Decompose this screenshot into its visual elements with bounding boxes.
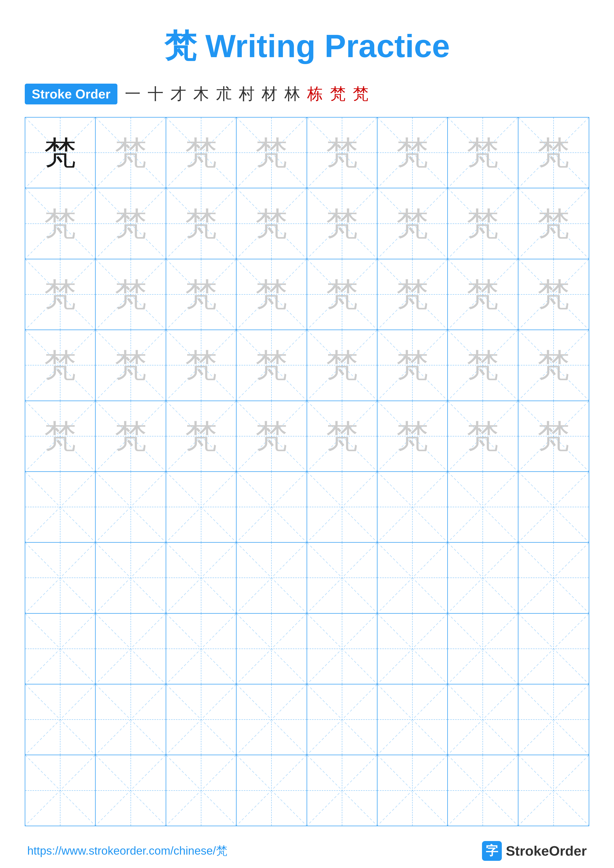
svg-line-153 [307,755,377,825]
stroke-steps: 一 十 才 木 朮 村 材 林 栋 梵 梵 [125,83,368,105]
grid-cell-2-4[interactable]: 梵 [236,188,307,259]
grid-cell-1-5[interactable]: 梵 [307,118,378,188]
grid-cell-1-3[interactable]: 梵 [166,118,236,188]
grid-cell-3-3[interactable]: 梵 [166,259,236,330]
svg-line-154 [378,755,447,825]
grid-cell-2-7[interactable]: 梵 [448,188,518,259]
svg-line-108 [448,542,518,613]
grid-cell-6-7[interactable] [448,472,518,542]
svg-line-131 [96,684,165,755]
grid-cell-2-6[interactable]: 梵 [378,188,448,259]
svg-line-128 [25,684,95,755]
grid-cell-9-1[interactable] [25,684,96,755]
grid-cell-9-2[interactable] [96,684,166,755]
grid-cell-3-1[interactable]: 梵 [25,259,96,330]
grid-cell-7-4[interactable] [236,542,307,613]
svg-line-144 [25,755,95,825]
grid-cell-2-8[interactable]: 梵 [518,188,589,259]
grid-cell-6-1[interactable] [25,472,96,542]
svg-line-93 [448,472,518,542]
grid-cell-7-1[interactable] [25,542,96,613]
grid-cell-2-5[interactable]: 梵 [307,188,378,259]
grid-cell-10-1[interactable] [25,755,96,825]
grid-cell-10-5[interactable] [307,755,378,825]
grid-cell-5-2[interactable]: 梵 [96,401,166,471]
grid-cell-10-8[interactable] [518,755,589,825]
grid-cell-6-8[interactable] [518,472,589,542]
grid-cell-7-8[interactable] [518,542,589,613]
grid-cell-9-3[interactable] [166,684,236,755]
grid-cell-6-5[interactable] [307,472,378,542]
grid-cell-7-7[interactable] [448,542,518,613]
grid-cell-7-5[interactable] [307,542,378,613]
grid-cell-6-3[interactable] [166,472,236,542]
grid-cell-4-7[interactable]: 梵 [448,330,518,400]
svg-line-96 [25,542,95,613]
grid-cell-5-3[interactable]: 梵 [166,401,236,471]
grid-cell-7-3[interactable] [166,542,236,613]
grid-cell-9-4[interactable] [236,684,307,755]
grid-cell-8-1[interactable] [25,614,96,684]
grid-cell-6-2[interactable] [96,472,166,542]
grid-cell-3-2[interactable]: 梵 [96,259,166,330]
svg-line-146 [96,755,165,825]
grid-cell-8-3[interactable] [166,614,236,684]
grid-cell-6-6[interactable] [378,472,448,542]
grid-cell-8-8[interactable] [518,614,589,684]
grid-cell-1-7[interactable]: 梵 [448,118,518,188]
grid-cell-4-3[interactable]: 梵 [166,330,236,400]
grid-cell-5-4[interactable]: 梵 [236,401,307,471]
svg-line-103 [236,542,306,613]
grid-cell-5-7[interactable]: 梵 [448,401,518,471]
svg-line-129 [25,684,95,755]
grid-cell-5-6[interactable]: 梵 [378,401,448,471]
grid-cell-8-2[interactable] [96,614,166,684]
grid-cell-7-2[interactable] [96,542,166,613]
grid-cell-5-5[interactable]: 梵 [307,401,378,471]
grid-cell-1-2[interactable]: 梵 [96,118,166,188]
grid-cell-9-6[interactable] [378,684,448,755]
grid-cell-10-7[interactable] [448,755,518,825]
grid-cell-8-4[interactable] [236,614,307,684]
grid-cell-10-3[interactable] [166,755,236,825]
grid-cell-9-8[interactable] [518,684,589,755]
svg-line-86 [236,472,306,542]
grid-cell-2-2[interactable]: 梵 [96,188,166,259]
grid-cell-10-6[interactable] [378,755,448,825]
grid-cell-2-3[interactable]: 梵 [166,188,236,259]
grid-cell-1-4[interactable]: 梵 [236,118,307,188]
grid-cell-1-8[interactable]: 梵 [518,118,589,188]
grid-cell-1-6[interactable]: 梵 [378,118,448,188]
grid-cell-4-6[interactable]: 梵 [378,330,448,400]
grid-cell-8-5[interactable] [307,614,378,684]
grid-cell-4-5[interactable]: 梵 [307,330,378,400]
grid-cell-3-7[interactable]: 梵 [448,259,518,330]
grid-cell-4-1[interactable]: 梵 [25,330,96,400]
svg-line-114 [96,614,165,684]
grid-cell-9-7[interactable] [448,684,518,755]
grid-cell-1-1[interactable]: 梵 [25,118,96,188]
grid-cell-2-1[interactable]: 梵 [25,188,96,259]
grid-cell-3-5[interactable]: 梵 [307,259,378,330]
grid-cell-4-2[interactable]: 梵 [96,330,166,400]
grid-cell-8-6[interactable] [378,614,448,684]
grid-cell-5-8[interactable]: 梵 [518,401,589,471]
grid-cell-8-7[interactable] [448,614,518,684]
grid-cell-6-4[interactable] [236,472,307,542]
svg-line-83 [96,472,165,542]
grid-cell-4-8[interactable]: 梵 [518,330,589,400]
svg-line-130 [96,684,165,755]
grid-cell-3-4[interactable]: 梵 [236,259,307,330]
footer-url-link[interactable]: https://www.strokeorder.com/chinese/梵 [27,843,227,859]
svg-line-100 [166,542,236,613]
grid-cell-9-5[interactable] [307,684,378,755]
grid-cell-4-4[interactable]: 梵 [236,330,307,400]
svg-line-132 [166,684,236,755]
grid-cell-7-6[interactable] [378,542,448,613]
grid-cell-5-1[interactable]: 梵 [25,401,96,471]
grid-cell-3-6[interactable]: 梵 [378,259,448,330]
svg-line-122 [378,614,447,684]
grid-cell-10-2[interactable] [96,755,166,825]
grid-cell-3-8[interactable]: 梵 [518,259,589,330]
grid-cell-10-4[interactable] [236,755,307,825]
